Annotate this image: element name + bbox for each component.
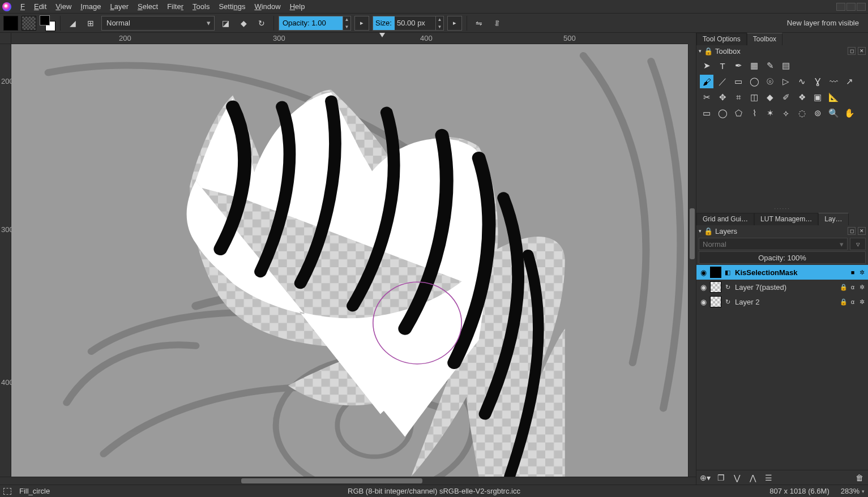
tool-calligraphy[interactable]: ✒ (732, 59, 745, 72)
tool-assistant[interactable]: ▣ (811, 91, 824, 104)
tool-pattern-edit[interactable]: ▦ (747, 59, 761, 72)
opacity-down-icon[interactable]: ▼ (343, 23, 350, 31)
docker-splitter-icon[interactable]: ······ (774, 205, 790, 212)
tab-grid-guides[interactable]: Grid and Gui… (696, 213, 754, 225)
mirror-h-icon[interactable]: ⇋ (472, 16, 486, 31)
fg-color-swatch[interactable] (40, 15, 50, 25)
mirror-v-icon[interactable]: ⥯ (490, 16, 504, 31)
menu-layer[interactable]: Layer (105, 1, 133, 12)
menu-help[interactable]: Help (285, 1, 310, 12)
layer-row[interactable]: ◉ ↻ Layer 2 🔒α✲ (696, 294, 868, 309)
menu-file[interactable]: F (16, 1, 29, 12)
ruler-origin[interactable] (0, 33, 11, 44)
settings-icon[interactable]: ✲ (858, 298, 866, 306)
tool-polygon[interactable]: ▷ (779, 75, 793, 88)
alpha-icon[interactable]: α (849, 283, 857, 291)
layer-properties-icon[interactable]: ☰ (763, 473, 773, 482)
duplicate-layer-icon[interactable]: ❐ (716, 473, 726, 482)
eraser-toggle-icon[interactable]: ◪ (218, 16, 233, 31)
tool-magnetic-select[interactable]: ⊚ (811, 106, 824, 120)
settings-icon[interactable]: ✲ (858, 268, 866, 276)
opacity-up-icon[interactable]: ▲ (343, 16, 350, 23)
size-slider[interactable]: Size: 50.00 px ▲▼ (373, 16, 444, 31)
tool-transform[interactable]: ⌗ (732, 91, 745, 104)
tool-text[interactable]: T (716, 59, 729, 72)
settings-icon[interactable]: ✲ (858, 283, 866, 291)
layer-thumb[interactable] (710, 296, 721, 307)
menu-tools[interactable]: Tools (188, 1, 214, 12)
reload-preset-icon[interactable]: ↻ (254, 16, 269, 31)
collapse-icon[interactable]: ▾ (699, 48, 702, 54)
tool-move[interactable]: ✥ (716, 91, 729, 104)
visibility-icon[interactable]: ◉ (699, 283, 708, 292)
blend-mode-select[interactable]: Normal (101, 16, 215, 31)
layer-thumb[interactable] (710, 267, 721, 278)
tool-ellipse[interactable]: ◯ (747, 75, 761, 88)
tool-rect-select[interactable]: ▭ (700, 106, 713, 120)
fg-bg-color[interactable] (40, 15, 55, 31)
layer-thumb[interactable] (710, 281, 721, 293)
window-max-icon[interactable] (846, 3, 856, 11)
pattern-swatch[interactable] (22, 16, 36, 31)
tool-bezier[interactable]: ∿ (795, 75, 809, 88)
status-zoom[interactable]: 283% (841, 487, 865, 495)
window-close-icon[interactable] (857, 3, 866, 11)
layer-name[interactable]: Layer 7(pasted) (734, 283, 837, 292)
size-next-icon[interactable]: ▸ (447, 16, 462, 31)
tool-rect[interactable]: ▭ (732, 75, 745, 88)
tool-freehand[interactable]: Ɣ (811, 75, 824, 88)
size-up-icon[interactable]: ▲ (436, 16, 443, 23)
layer-name[interactable]: Layer 2 (734, 298, 837, 306)
tool-brush[interactable]: 🖌 (700, 75, 713, 88)
ruler-vertical[interactable]: 200 300 400 (0, 44, 11, 477)
move-down-icon[interactable]: ⋁ (732, 473, 742, 482)
horizontal-scrollbar[interactable] (11, 477, 688, 485)
layer-blend-select[interactable]: Normal (699, 238, 848, 250)
layer-filter-icon[interactable]: ▿ (850, 238, 866, 250)
delete-layer-icon[interactable]: 🗑 (854, 473, 865, 482)
tool-fill[interactable]: ◆ (763, 91, 777, 104)
lock-icon[interactable]: 🔒 (840, 298, 848, 306)
vertical-scrollbar[interactable] (688, 44, 696, 477)
layer-list[interactable]: ◉ ◧ KisSelectionMask ■✲ ◉ ↻ Layer 7(past… (696, 265, 868, 309)
tool-gradient-edit[interactable]: ▤ (779, 59, 793, 72)
tab-layers[interactable]: Lay… (818, 213, 848, 225)
selection-indicator-icon[interactable] (3, 488, 11, 495)
tool-perspective[interactable]: ◫ (747, 91, 761, 104)
gradient-swatch[interactable] (3, 16, 18, 31)
layer-opacity-slider[interactable]: Opacity: 100% (699, 251, 866, 264)
menu-window[interactable]: Window (250, 1, 285, 12)
tab-toolbox[interactable]: Toolbox (747, 33, 783, 45)
close-docker-icon[interactable]: ✕ (858, 47, 866, 55)
tool-cursor[interactable]: ➤ (700, 59, 713, 72)
float-docker-icon[interactable]: ◻ (848, 227, 856, 235)
visibility-icon[interactable]: ◉ (699, 268, 708, 277)
menu-settings[interactable]: Settings (214, 1, 250, 12)
size-down-icon[interactable]: ▼ (436, 23, 443, 31)
menu-edit[interactable]: Edit (29, 1, 51, 12)
close-docker-icon[interactable]: ✕ (858, 227, 866, 235)
tool-color-picker[interactable]: ✐ (779, 91, 793, 104)
tool-pan[interactable]: ✋ (843, 106, 856, 120)
tab-lut-management[interactable]: LUT Managem… (754, 213, 818, 225)
tool-polyline[interactable]: ⦾ (763, 75, 777, 88)
tool-measure[interactable]: 📐 (827, 91, 840, 104)
tool-poly-select[interactable]: ⬠ (732, 106, 745, 120)
ruler-horizontal[interactable]: 200 300 400 500 (11, 33, 688, 44)
alpha-lock-icon[interactable]: ◆ (236, 16, 251, 31)
layer-name[interactable]: KisSelectionMask (734, 268, 846, 277)
canvas[interactable] (11, 44, 688, 477)
tool-similar-select[interactable]: ⟡ (779, 106, 793, 120)
tool-zoom[interactable]: 🔍 (827, 106, 840, 120)
tool-ellipse-select[interactable]: ◯ (716, 106, 729, 120)
menu-image[interactable]: Image (76, 1, 105, 12)
move-up-icon[interactable]: ⋀ (747, 473, 758, 482)
brush-preset-icon[interactable]: ◢ (65, 16, 80, 31)
window-min-icon[interactable] (836, 3, 845, 11)
tool-deform[interactable]: ✎ (763, 59, 777, 72)
tool-multibrush[interactable]: ↗ (843, 75, 856, 88)
menu-select[interactable]: Select (133, 1, 163, 12)
tool-freehand-select[interactable]: ⌇ (747, 106, 761, 120)
brush-editor-icon[interactable]: ⊞ (83, 16, 98, 31)
tool-crop[interactable]: ✂ (700, 91, 713, 104)
